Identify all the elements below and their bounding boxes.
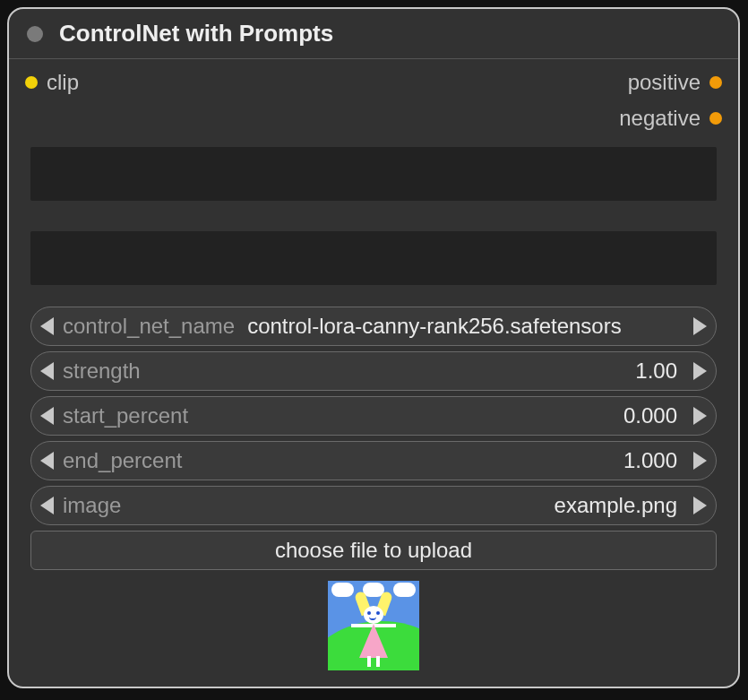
chevron-right-icon[interactable] bbox=[693, 497, 707, 514]
param-value: 0.000 bbox=[623, 403, 677, 428]
param-start-percent[interactable]: start_percent 0.000 bbox=[30, 396, 717, 436]
param-value: 1.000 bbox=[623, 448, 677, 473]
image-preview-wrap bbox=[30, 581, 717, 670]
param-label: image bbox=[63, 493, 121, 518]
chevron-right-icon[interactable] bbox=[693, 407, 707, 425]
port-label: clip bbox=[47, 70, 79, 95]
port-dot-icon[interactable] bbox=[25, 76, 38, 89]
port-label: negative bbox=[619, 106, 701, 131]
param-value: example.png bbox=[555, 493, 677, 518]
controlnet-prompts-node[interactable]: ControlNet with Prompts clip positive ne… bbox=[7, 7, 740, 688]
param-strength[interactable]: strength 1.00 bbox=[30, 351, 717, 391]
chevron-right-icon[interactable] bbox=[693, 452, 707, 470]
chevron-left-icon[interactable] bbox=[40, 407, 54, 425]
output-port-negative[interactable]: negative bbox=[619, 106, 722, 131]
port-dot-icon[interactable] bbox=[709, 112, 722, 125]
input-port-clip[interactable]: clip bbox=[25, 70, 79, 95]
node-title: ControlNet with Prompts bbox=[59, 20, 333, 48]
param-end-percent[interactable]: end_percent 1.000 bbox=[30, 441, 717, 480]
ports-area: clip positive negative bbox=[9, 59, 738, 138]
chevron-left-icon[interactable] bbox=[40, 317, 54, 335]
output-port-positive[interactable]: positive bbox=[628, 70, 722, 95]
chevron-right-icon[interactable] bbox=[693, 362, 707, 380]
upload-file-button[interactable]: choose file to upload bbox=[30, 531, 717, 570]
positive-prompt-input[interactable] bbox=[30, 147, 717, 201]
param-label: strength bbox=[63, 359, 141, 384]
param-label: start_percent bbox=[63, 403, 188, 428]
collapse-dot-icon[interactable] bbox=[27, 26, 43, 42]
node-body: control_net_name control-lora-canny-rank… bbox=[9, 138, 738, 670]
image-preview[interactable] bbox=[328, 581, 419, 670]
upload-button-label: choose file to upload bbox=[275, 538, 472, 563]
chevron-left-icon[interactable] bbox=[40, 452, 54, 470]
port-label: positive bbox=[628, 70, 701, 95]
param-label: control_net_name bbox=[63, 314, 235, 339]
param-value: 1.00 bbox=[635, 359, 677, 384]
param-value: control-lora-canny-rank256.safetensors bbox=[247, 314, 622, 339]
chevron-right-icon[interactable] bbox=[693, 317, 707, 335]
negative-prompt-input[interactable] bbox=[30, 231, 717, 285]
param-control-net-name[interactable]: control_net_name control-lora-canny-rank… bbox=[30, 307, 717, 346]
chevron-left-icon[interactable] bbox=[40, 362, 54, 380]
port-dot-icon[interactable] bbox=[709, 76, 722, 89]
chevron-left-icon[interactable] bbox=[40, 497, 54, 514]
param-label: end_percent bbox=[63, 448, 182, 473]
param-image[interactable]: image example.png bbox=[30, 486, 717, 525]
node-header[interactable]: ControlNet with Prompts bbox=[9, 9, 738, 59]
